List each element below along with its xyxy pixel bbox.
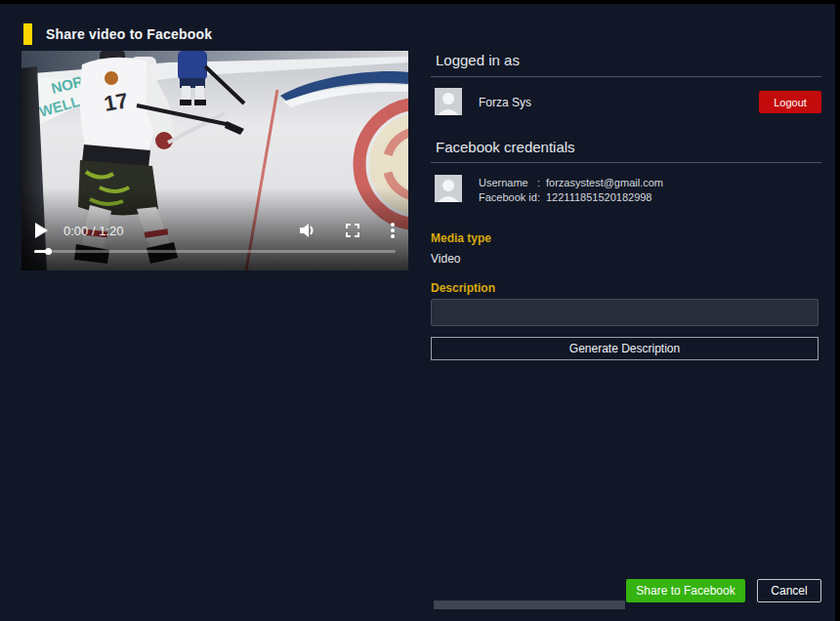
separator: : [537, 176, 546, 190]
separator: : [537, 190, 546, 205]
title-accent-bar [23, 23, 32, 45]
window-edge [835, 0, 840, 621]
facebook-credentials-heading: Facebook credentials [436, 139, 575, 155]
more-options-button[interactable] [391, 223, 395, 238]
media-type-label: Media type [431, 231, 491, 245]
credential-row-username: Username : forzasystest@gmail.com [479, 176, 663, 190]
divider [431, 162, 821, 163]
mute-button[interactable] [299, 223, 316, 238]
video-controls-bar: 0:00 / 1:20 [21, 215, 408, 246]
fullscreen-icon [346, 224, 359, 237]
time-display: 0:00 / 1:20 [63, 224, 123, 238]
right-panel: Logged in as Forza Sys Logout Facebook c… [431, 4, 821, 621]
credentials-rows: Username : forzasystest@gmail.com Facebo… [479, 176, 663, 205]
page-title: Share video to Facebook [46, 26, 212, 42]
description-label: Description [431, 281, 495, 295]
user-name: Forza Sys [479, 96, 531, 109]
fullscreen-button[interactable] [346, 224, 359, 237]
username-label: Username [479, 176, 537, 190]
play-button[interactable] [35, 223, 48, 238]
description-input[interactable] [431, 299, 819, 326]
logged-in-heading: Logged in as [436, 52, 520, 68]
share-to-facebook-button[interactable]: Share to Facebook [626, 579, 745, 602]
facebook-id-label: Facebook id [479, 190, 537, 205]
credential-row-facebook-id: Facebook id : 122111851520182998 [479, 190, 663, 205]
person-icon [435, 175, 462, 202]
more-options-icon [391, 223, 395, 238]
logout-button[interactable]: Logout [759, 91, 821, 113]
username-value: forzasystest@gmail.com [546, 176, 663, 190]
user-avatar [435, 88, 462, 115]
horizontal-scrollbar-thumb[interactable] [434, 600, 625, 609]
app-window: Share video to Facebook [0, 4, 835, 621]
person-icon [435, 88, 462, 115]
divider [431, 76, 821, 77]
jersey-number: 17 [103, 88, 130, 116]
page-header: Share video to Facebook [23, 23, 212, 45]
facebook-id-value: 122111851520182998 [546, 190, 652, 205]
cancel-button[interactable]: Cancel [757, 579, 821, 602]
credentials-avatar [435, 175, 462, 202]
video-player[interactable]: NORDIC WELL [21, 51, 408, 270]
play-icon [35, 223, 48, 238]
video-progress-bar[interactable] [34, 250, 396, 253]
generate-description-button[interactable]: Generate Description [431, 337, 819, 360]
media-type-value: Video [431, 252, 460, 266]
video-progress-knob[interactable] [45, 248, 52, 255]
volume-icon [299, 223, 316, 238]
